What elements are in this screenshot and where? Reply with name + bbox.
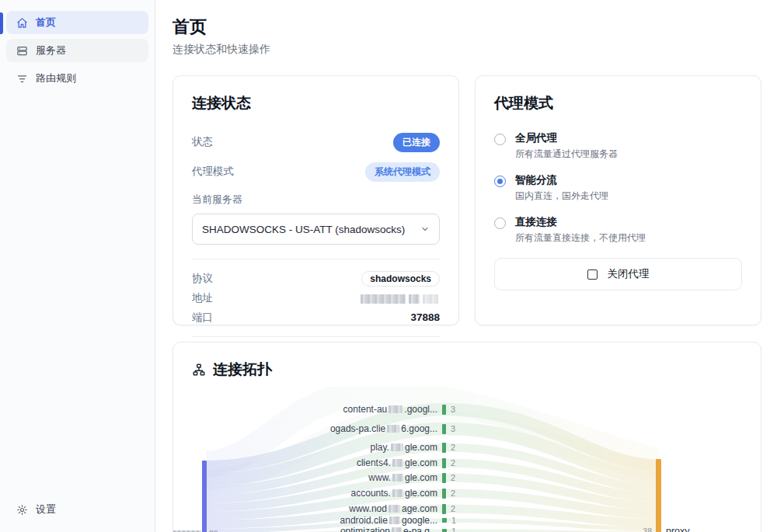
port-row: 端口 37888 [192, 308, 440, 327]
redacted-text [392, 459, 403, 467]
domain-label: www.gle.com [173, 472, 437, 483]
count-bar [442, 518, 447, 523]
domain-label: content-au.googl... [173, 404, 437, 415]
proxy-mode-badge: 系统代理模式 [365, 162, 440, 182]
port-value: 37888 [410, 311, 440, 323]
sidebar-item-home[interactable]: 首页 [6, 11, 148, 34]
sankey-target-node [656, 459, 661, 532]
mode-option-smart[interactable]: 智能分流 国内直连，国外走代理 [494, 174, 742, 203]
target-node-value: 38 [625, 527, 652, 532]
count-bar [442, 489, 446, 499]
chevron-down-icon [420, 224, 430, 234]
domain-label: android.cliegoogle... [173, 515, 437, 526]
address-value-redacted [359, 291, 440, 305]
proxy-mode-card: 代理模式 全局代理 所有流量通过代理服务器 智能分流 国内直连，国外走代理 [475, 75, 761, 325]
sidebar-item-label: 服务器 [36, 43, 66, 57]
gear-icon [16, 503, 28, 516]
topology-domain-row: accounts.gle.com2 [173, 487, 455, 499]
domain-label: ogads-pa.clie6.goog... [173, 423, 437, 434]
radio-button[interactable] [494, 134, 506, 145]
cards-row: 连接状态 状态 已连接 代理模式 系统代理模式 当前服务器 SHADOWSOCK… [172, 75, 761, 325]
sidebar-item-servers[interactable]: 服务器 [6, 39, 148, 62]
redacted-text [389, 516, 400, 524]
count-bar [442, 473, 446, 483]
count-bar [442, 458, 446, 468]
current-server-label: 当前服务器 [192, 193, 440, 207]
redacted-text [423, 294, 438, 304]
option-label: 智能分流 [515, 174, 608, 187]
sidebar-item-routing-rules[interactable]: 路由规则 [6, 67, 148, 90]
domain-label: www.nodage.com [173, 503, 437, 514]
source-node-value: 20 [209, 529, 218, 532]
sitemap-icon [192, 363, 206, 377]
stop-square-icon [587, 269, 598, 280]
topology-title: 连接拓扑 [213, 360, 272, 380]
mode-option-direct[interactable]: 直接连接 所有流量直接连接，不使用代理 [494, 216, 742, 245]
disable-proxy-button[interactable]: 关闭代理 [494, 258, 742, 290]
count-bar [442, 443, 446, 453]
redacted-text [391, 443, 403, 451]
server-select[interactable]: SHADOWSOCKS - US-ATT (shadowsocks) [192, 214, 440, 245]
topology-domain-row: content-au.googl...3 [173, 403, 455, 416]
topology-domain-row: ogads-pa.clie6.goog...3 [173, 422, 455, 435]
status-label: 状态 [192, 135, 213, 149]
page-title: 首页 [172, 17, 761, 37]
topology-domain-row: www.gle.com2 [173, 471, 455, 484]
redacted-text [392, 489, 403, 497]
count-bar [442, 529, 447, 532]
sidebar-item-label: 首页 [36, 16, 56, 30]
domain-label: play.gle.com [173, 442, 437, 453]
server-select-value: SHADOWSOCKS - US-ATT (shadowsocks) [202, 224, 405, 235]
redacted-text [392, 474, 403, 482]
home-icon [16, 16, 28, 29]
count-bar [442, 405, 446, 415]
redacted-text [392, 527, 402, 532]
connection-count: 3 [451, 405, 455, 414]
filter-icon [16, 72, 28, 85]
connection-count: 2 [451, 458, 455, 468]
sidebar-item-settings[interactable]: 设置 [6, 498, 149, 521]
proxy-mode-row: 代理模式 系统代理模式 [192, 162, 440, 182]
connection-count: 3 [451, 424, 455, 433]
status-row: 状态 已连接 [192, 132, 440, 152]
redacted-text [409, 294, 420, 304]
main-content: 首页 连接状态和快速操作 连接状态 状态 已连接 代理模式 系统代理模式 当前服… [155, 0, 777, 532]
connection-topology-card: 连接拓扑 content-au.googl...3ogads-pa [172, 342, 761, 532]
option-desc: 国内直连，国外走代理 [515, 190, 608, 203]
address-label: 地址 [192, 291, 213, 305]
connection-count: 1 [451, 527, 456, 532]
radio-button[interactable] [494, 176, 506, 187]
count-bar [442, 504, 446, 514]
page-subtitle: 连接状态和快速操作 [172, 43, 761, 57]
redacted-text [388, 505, 400, 513]
domain-label: clients4.gle.com [173, 457, 437, 468]
count-bar [442, 424, 446, 434]
redacted-text [387, 425, 399, 433]
server-icon [16, 44, 28, 57]
connection-count: 2 [451, 473, 455, 482]
server-details: 协议 shadowsocks 地址 端口 37888 [192, 259, 440, 327]
sidebar: 首页 服务器 路由规则 设置 [0, 0, 155, 532]
connection-count: 2 [451, 443, 455, 452]
target-node-label: proxy [666, 526, 690, 532]
option-label: 直接连接 [515, 216, 646, 229]
address-row: 地址 [192, 288, 440, 308]
option-label: 全局代理 [515, 132, 618, 145]
connection-count: 1 [451, 516, 456, 525]
protocol-row: 协议 shadowsocks [192, 269, 440, 288]
topology-domain-row: clients4.gle.com2 [173, 457, 455, 469]
card-title: 代理模式 [494, 93, 742, 113]
port-label: 端口 [192, 311, 213, 325]
topology-header: 连接拓扑 [173, 342, 761, 380]
proxy-mode-label: 代理模式 [192, 165, 234, 179]
mode-option-global[interactable]: 全局代理 所有流量通过代理服务器 [494, 132, 742, 161]
redacted-text [388, 405, 402, 413]
topology-domain-row: www.nodage.com2 [173, 502, 455, 515]
active-item-indicator [0, 12, 3, 34]
radio-button[interactable] [494, 217, 506, 229]
protocol-value-badge: shadowsocks [361, 271, 440, 287]
protocol-label: 协议 [192, 272, 213, 286]
sankey-diagram: content-au.googl...3ogads-pa.clie6.goog.… [173, 387, 761, 532]
disable-proxy-button-label: 关闭代理 [608, 267, 650, 281]
domain-label: accounts.gle.com [173, 488, 437, 499]
